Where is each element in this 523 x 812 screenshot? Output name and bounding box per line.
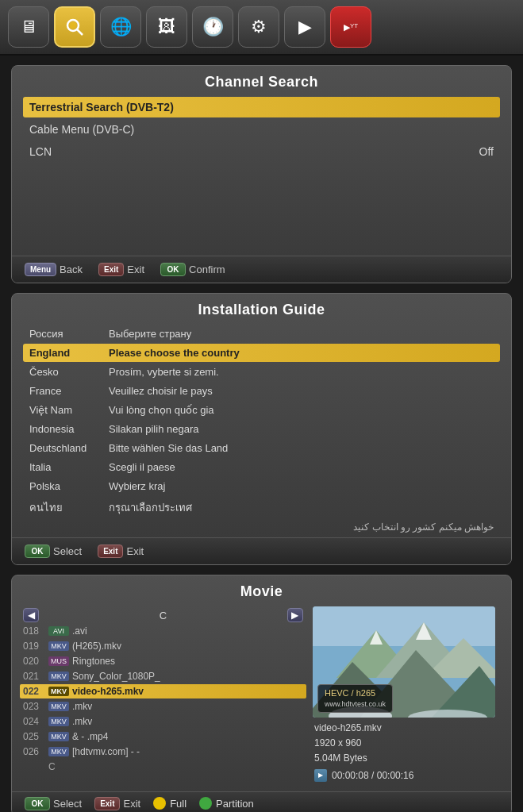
- toolbar-image-icon[interactable]: 🖼: [146, 6, 187, 48]
- full-label: Full: [170, 798, 187, 810]
- country-text: Scegli il paese: [109, 461, 494, 473]
- country-row-cesko[interactable]: Česko Prosím, vyberte si zemi.: [23, 363, 500, 381]
- file-item-022[interactable]: 022 MKV video-h265.mkv: [20, 684, 306, 698]
- file-item-018[interactable]: 018 AVI .avi: [20, 624, 306, 638]
- svg-line-1: [77, 29, 83, 35]
- exit-key: Exit: [98, 545, 123, 558]
- channel-item-lcn[interactable]: LCN Off: [23, 141, 500, 162]
- country-text: Vui lòng chọn quốc gia: [109, 404, 494, 416]
- country-text: Silakan pilih negara: [109, 423, 494, 435]
- channel-item-dvbc[interactable]: Cable Menu (DVB-C): [23, 119, 500, 140]
- country-row-polska[interactable]: Polska Wybierz kraj: [23, 477, 500, 495]
- channel-footer: Menu Back Exit Exit OK Confirm: [12, 256, 511, 283]
- country-row-italia[interactable]: Italia Scegli il paese: [23, 458, 500, 476]
- toolbar-screen-icon[interactable]: 🖥: [8, 6, 49, 48]
- movie-select-button[interactable]: OK Select: [25, 797, 82, 810]
- country-row-england[interactable]: England Please choose the country: [23, 344, 500, 362]
- country-row-russia[interactable]: Россия Выберите страну: [23, 325, 500, 343]
- file-nav: ◀ C ▶: [20, 606, 306, 624]
- channel-item-dvbt2[interactable]: Terrestrial Search (DVB-T2): [23, 97, 500, 117]
- svg-rect-4: [313, 606, 495, 646]
- channel-search-title: Channel Search: [12, 66, 511, 97]
- country-code: Deutschland: [29, 442, 109, 454]
- codec-sub: www.hdtvtest.co.uk: [325, 699, 386, 710]
- toolbar-youtube-icon[interactable]: ▶YT: [330, 6, 371, 48]
- yellow-dot: [153, 797, 166, 810]
- file-item-024[interactable]: 024 MKV .mkv: [20, 714, 306, 729]
- nav-prev-arrow[interactable]: ◀: [23, 608, 39, 622]
- file-item-c[interactable]: C: [20, 760, 306, 774]
- full-button[interactable]: Full: [153, 797, 187, 810]
- country-text: กรุณาเลือกประเทศ: [109, 499, 494, 516]
- country-row-france[interactable]: France Veuillez choisir le pays: [23, 382, 500, 400]
- back-button[interactable]: Menu Back: [25, 263, 83, 276]
- toolbar-search-icon[interactable]: [54, 6, 95, 48]
- preview-resolution: 1920 x 960: [314, 736, 502, 751]
- country-code: Indonesia: [29, 423, 109, 435]
- select-button[interactable]: OK Select: [25, 545, 82, 558]
- country-row-vietnam[interactable]: Việt Nam Vui lòng chọn quốc gia: [23, 401, 500, 419]
- exit-label: Exit: [127, 264, 144, 275]
- country-text: Выберите страну: [109, 328, 494, 340]
- country-row-indonesia[interactable]: Indonesia Silakan pilih negara: [23, 420, 500, 438]
- toolbar-clock-icon[interactable]: 🕐: [192, 6, 233, 48]
- ok-key: OK: [25, 545, 50, 558]
- country-code: England: [29, 347, 109, 359]
- file-item-026[interactable]: 026 MKV [hdtvmv.com] - -: [20, 745, 306, 759]
- green-dot: [199, 797, 212, 810]
- play-icon[interactable]: ▶: [314, 769, 327, 782]
- nav-folder-label: C: [160, 610, 167, 622]
- partition-button[interactable]: Partition: [199, 797, 254, 810]
- exit-key: Exit: [98, 263, 124, 276]
- confirm-button[interactable]: OK Confirm: [160, 263, 225, 276]
- svg-point-2: [70, 22, 76, 29]
- installation-footer: OK Select Exit Exit: [12, 537, 511, 564]
- file-item-025[interactable]: 025 MKV & - .mp4: [20, 729, 306, 744]
- exit-label: Exit: [123, 798, 140, 810]
- toolbar-globe-icon[interactable]: 🌐: [100, 6, 141, 48]
- toolbar-play-icon[interactable]: ▶: [284, 6, 325, 48]
- channel-item-label: Cable Menu (DVB-C): [29, 123, 134, 136]
- movie-panel: Movie ◀ C ▶ 018 AVI .avi 019 MKV (H265).…: [11, 575, 512, 812]
- ok-key: OK: [160, 263, 186, 276]
- back-label: Back: [60, 264, 83, 275]
- channel-search-panel: Channel Search Terrestrial Search (DVB-T…: [11, 65, 512, 283]
- file-item-021[interactable]: 021 MKV Sony_Color_1080P_: [20, 669, 306, 683]
- country-code: Россия: [29, 328, 109, 340]
- movie-exit-button[interactable]: Exit Exit: [94, 797, 140, 810]
- movie-preview: HEVC / h265 www.hdtvtest.co.uk video-h26…: [313, 606, 503, 787]
- country-text: Wybierz kraj: [109, 480, 494, 492]
- channel-spacer: [12, 168, 511, 256]
- lcn-label: LCN: [29, 145, 52, 158]
- country-code: Česko: [29, 366, 109, 378]
- preview-filesize: 5.04M Bytes: [314, 751, 502, 766]
- file-item-023[interactable]: 023 MKV .mkv: [20, 699, 306, 714]
- country-code: คนไทย: [29, 499, 109, 516]
- arabic-instruction: خواهش میکنم کشور رو انتخاب کنید: [23, 520, 500, 534]
- file-item-020[interactable]: 020 MUS Ringtones: [20, 654, 306, 668]
- exit-label: Exit: [126, 545, 144, 557]
- exit-button[interactable]: Exit Exit: [98, 545, 144, 558]
- nav-next-arrow[interactable]: ▶: [287, 608, 303, 622]
- file-item-019[interactable]: 019 MKV (H265).mkv: [20, 639, 306, 653]
- codec-label: HEVC / h265: [325, 687, 386, 699]
- movie-file-list: ◀ C ▶ 018 AVI .avi 019 MKV (H265).mkv 02…: [20, 606, 306, 787]
- toolbar-gear-icon[interactable]: ⚙: [238, 6, 279, 48]
- exit-key: Exit: [94, 797, 120, 810]
- country-text: Bitte wählen Sie das Land: [109, 442, 494, 454]
- country-row-deutschland[interactable]: Deutschland Bitte wählen Sie das Land: [23, 439, 500, 457]
- country-text: Prosím, vyberte si zemi.: [109, 366, 494, 378]
- installation-guide-title: Installation Guide: [12, 294, 511, 325]
- channel-item-label: Terrestrial Search (DVB-T2): [29, 101, 174, 114]
- preview-info: video-h265.mkv 1920 x 960 5.04M Bytes ▶ …: [313, 718, 503, 787]
- movie-footer: OK Select Exit Exit Full Partition: [12, 791, 511, 812]
- country-row-thai[interactable]: คนไทย กรุณาเลือกประเทศ: [23, 496, 500, 519]
- country-text: Veuillez choisir le pays: [109, 385, 494, 397]
- lcn-value: Off: [479, 145, 494, 158]
- country-code: Việt Nam: [29, 404, 109, 416]
- exit-button[interactable]: Exit Exit: [98, 263, 144, 276]
- country-code: France: [29, 385, 109, 397]
- preview-thumbnail: HEVC / h265 www.hdtvtest.co.uk: [313, 606, 495, 718]
- partition-label: Partition: [216, 798, 254, 810]
- channel-list: Terrestrial Search (DVB-T2) Cable Menu (…: [12, 97, 511, 168]
